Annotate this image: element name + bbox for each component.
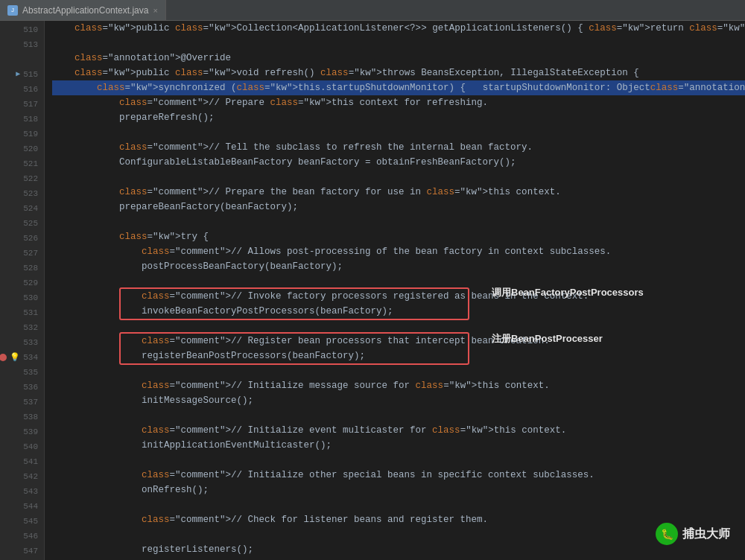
file-tab[interactable]: J AbstractApplicationContext.java × bbox=[0, 0, 166, 20]
line-gutter: 510513▶515516517518519520521522523524525… bbox=[0, 21, 45, 560]
code-area: class="kw">public class="kw">Collection<… bbox=[45, 21, 745, 560]
register-annotation-label: 注册BeanPostProcesser bbox=[492, 332, 603, 346]
watermark-logo: 🐛 bbox=[656, 523, 678, 545]
tab-bar: J AbstractApplicationContext.java × bbox=[0, 0, 745, 21]
invoke-annotation-label: 调用BeanFactoryPostProcessors bbox=[492, 286, 644, 299]
tab-filename: AbstractApplicationContext.java bbox=[22, 5, 148, 16]
close-icon[interactable]: × bbox=[153, 6, 157, 15]
editor: 510513▶515516517518519520521522523524525… bbox=[0, 21, 745, 560]
file-icon: J bbox=[7, 5, 18, 16]
watermark: 🐛 捕虫大师 bbox=[656, 523, 730, 545]
watermark-text: 捕虫大师 bbox=[682, 526, 730, 542]
